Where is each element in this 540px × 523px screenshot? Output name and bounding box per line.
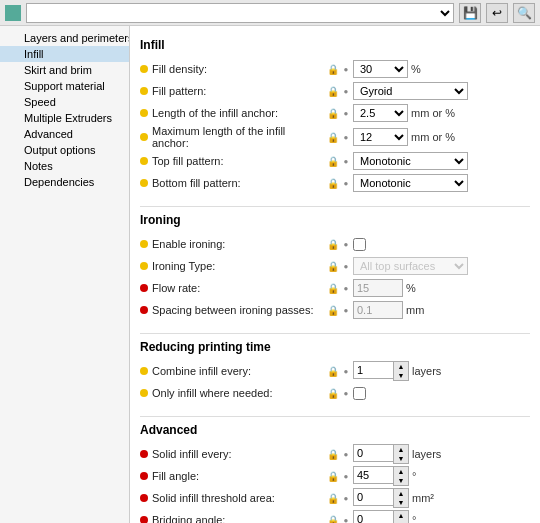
fill-angle-up[interactable]: ▲ xyxy=(394,467,408,476)
fill-angle-input[interactable] xyxy=(353,466,393,484)
ironing-divider xyxy=(140,333,530,334)
infill-anchor-length-controls: 🔒 ● 2.5 mm or % xyxy=(327,104,530,122)
fill-pattern-lock[interactable]: 🔒 xyxy=(327,86,339,97)
flow-rate-unit: % xyxy=(406,282,416,294)
solid-infill-threshold-controls: 🔒 ● ▲ ▼ mm² xyxy=(327,488,530,508)
fill-density-lock[interactable]: 🔒 xyxy=(327,64,339,75)
solid-infill-every-lock[interactable]: 🔒 xyxy=(327,449,339,460)
fill-angle-lock[interactable]: 🔒 xyxy=(327,471,339,482)
infill-anchor-length-select[interactable]: 2.5 xyxy=(353,104,408,122)
advanced-title: Advanced xyxy=(140,423,530,437)
sidebar-label-support: Support material xyxy=(24,80,105,92)
combine-infill-controls: 🔒 ● ▲ ▼ layers xyxy=(327,361,530,381)
infill-anchor-max-label: Maximum length of the infill anchor: xyxy=(152,125,327,149)
fill-angle-label: Fill angle: xyxy=(152,470,327,482)
enable-ironing-lock[interactable]: 🔒 xyxy=(327,239,339,250)
flow-rate-input[interactable] xyxy=(353,279,403,297)
bottom-fill-pattern-lock[interactable]: 🔒 xyxy=(327,178,339,189)
fill-pattern-bullet: ● xyxy=(342,87,350,96)
bridging-angle-spinner: ▲ ▼ xyxy=(353,510,409,523)
fill-density-controls: 🔒 ● 30 % xyxy=(327,60,530,78)
ironing-type-bullet: ● xyxy=(342,262,350,271)
top-fill-pattern-select[interactable]: Monotonic xyxy=(353,152,468,170)
ironing-type-lock[interactable]: 🔒 xyxy=(327,261,339,272)
solid-infill-every-up[interactable]: ▲ xyxy=(394,445,408,454)
infill-anchor-max-select[interactable]: 12 xyxy=(353,128,408,146)
infill-anchor-max-lock[interactable]: 🔒 xyxy=(327,132,339,143)
bridging-angle-input[interactable] xyxy=(353,510,393,523)
sidebar-item-notes[interactable]: Notes xyxy=(0,158,129,174)
top-fill-pattern-label: Top fill pattern: xyxy=(152,155,327,167)
solid-infill-threshold-input[interactable] xyxy=(353,488,393,506)
fill-density-label: Fill density: xyxy=(152,63,327,75)
fill-density-row: Fill density: 🔒 ● 30 % xyxy=(140,58,530,80)
sidebar-dot-extruders xyxy=(12,114,20,122)
sidebar-item-support[interactable]: Support material xyxy=(0,78,129,94)
combine-infill-down[interactable]: ▼ xyxy=(394,371,408,380)
flow-rate-dot xyxy=(140,284,148,292)
profile-selector[interactable]: 0.25mm DRAFT @MINI (modified) xyxy=(26,3,454,23)
solid-infill-every-spinner: ▲ ▼ xyxy=(353,444,409,464)
fill-density-select[interactable]: 30 xyxy=(353,60,408,78)
solid-infill-every-spin-buttons: ▲ ▼ xyxy=(393,444,409,464)
solid-infill-threshold-down[interactable]: ▼ xyxy=(394,498,408,507)
ironing-type-row: Ironing Type: 🔒 ● All top surfaces xyxy=(140,255,530,277)
only-infill-lock[interactable]: 🔒 xyxy=(327,388,339,399)
ironing-spacing-lock[interactable]: 🔒 xyxy=(327,305,339,316)
top-fill-pattern-lock[interactable]: 🔒 xyxy=(327,156,339,167)
undo-button[interactable]: ↩ xyxy=(486,3,508,23)
bottom-fill-pattern-label: Bottom fill pattern: xyxy=(152,177,327,189)
sidebar-item-skirt[interactable]: Skirt and brim xyxy=(0,62,129,78)
combine-infill-input[interactable] xyxy=(353,361,393,379)
bottom-fill-pattern-select[interactable]: Monotonic xyxy=(353,174,468,192)
sidebar-item-infill[interactable]: Infill xyxy=(0,46,129,62)
flow-rate-lock[interactable]: 🔒 xyxy=(327,283,339,294)
sidebar-dot-advanced xyxy=(12,130,20,138)
fill-angle-controls: 🔒 ● ▲ ▼ ° xyxy=(327,466,530,486)
solid-infill-threshold-up[interactable]: ▲ xyxy=(394,489,408,498)
fill-density-bullet: ● xyxy=(342,65,350,74)
bottom-fill-pattern-dot xyxy=(140,179,148,187)
sidebar-label-dependencies: Dependencies xyxy=(24,176,94,188)
sidebar-dot-infill xyxy=(12,50,20,58)
combine-infill-lock[interactable]: 🔒 xyxy=(327,366,339,377)
sidebar-item-dependencies[interactable]: Dependencies xyxy=(0,174,129,190)
bridging-angle-unit: ° xyxy=(412,514,416,523)
solid-infill-every-input[interactable] xyxy=(353,444,393,462)
fill-angle-down[interactable]: ▼ xyxy=(394,476,408,485)
bottom-fill-pattern-controls: 🔒 ● Monotonic xyxy=(327,174,530,192)
flow-rate-label: Flow rate: xyxy=(152,282,327,294)
enable-ironing-checkbox[interactable] xyxy=(353,238,366,251)
bridging-angle-bullet: ● xyxy=(342,516,350,524)
bridging-angle-row: Bridging angle: 🔒 ● ▲ ▼ ° xyxy=(140,509,530,523)
sidebar-item-layers[interactable]: Layers and perimeters xyxy=(0,30,129,46)
only-infill-checkbox[interactable] xyxy=(353,387,366,400)
sidebar-item-speed[interactable]: Speed xyxy=(0,94,129,110)
sidebar-label-layers: Layers and perimeters xyxy=(24,32,130,44)
ironing-spacing-input[interactable] xyxy=(353,301,403,319)
save-button[interactable]: 💾 xyxy=(459,3,481,23)
sidebar-dot-notes xyxy=(12,162,20,170)
fill-pattern-select[interactable]: Gyroid xyxy=(353,82,468,100)
sidebar-item-advanced[interactable]: Advanced xyxy=(0,126,129,142)
infill-anchor-length-lock[interactable]: 🔒 xyxy=(327,108,339,119)
bridging-angle-up[interactable]: ▲ xyxy=(394,511,408,520)
search-button[interactable]: 🔍 xyxy=(513,3,535,23)
sidebar-label-speed: Speed xyxy=(24,96,56,108)
top-fill-pattern-controls: 🔒 ● Monotonic xyxy=(327,152,530,170)
only-infill-bullet: ● xyxy=(342,389,350,398)
solid-infill-every-controls: 🔒 ● ▲ ▼ layers xyxy=(327,444,530,464)
sidebar-dot-support xyxy=(12,82,20,90)
bridging-angle-lock[interactable]: 🔒 xyxy=(327,515,339,524)
enable-ironing-row: Enable ironing: 🔒 ● xyxy=(140,233,530,255)
solid-infill-threshold-lock[interactable]: 🔒 xyxy=(327,493,339,504)
combine-infill-up[interactable]: ▲ xyxy=(394,362,408,371)
sidebar-item-multiple-extruders[interactable]: Multiple Extruders xyxy=(0,110,129,126)
sidebar-item-output[interactable]: Output options xyxy=(0,142,129,158)
ironing-spacing-dot xyxy=(140,306,148,314)
infill-title: Infill xyxy=(140,38,530,52)
solid-infill-threshold-spin-buttons: ▲ ▼ xyxy=(393,488,409,508)
solid-infill-threshold-row: Solid infill threshold area: 🔒 ● ▲ ▼ mm² xyxy=(140,487,530,509)
solid-infill-every-down[interactable]: ▼ xyxy=(394,454,408,463)
infill-anchor-max-dot xyxy=(140,133,148,141)
